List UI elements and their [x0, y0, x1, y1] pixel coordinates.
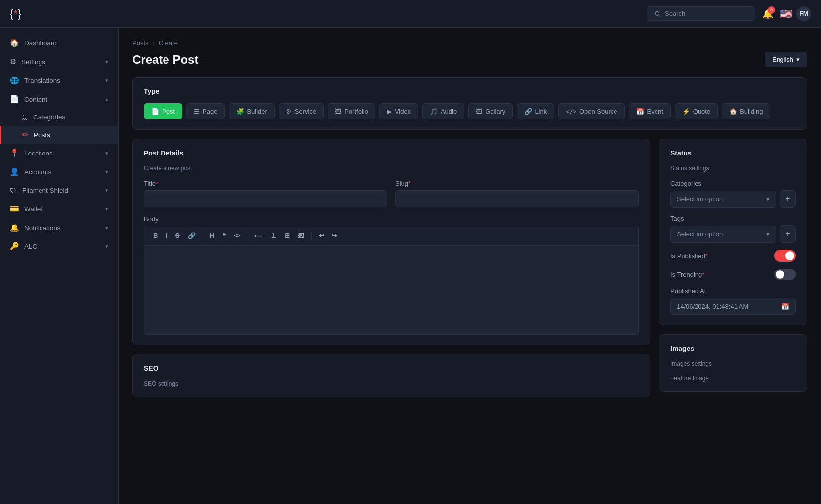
type-btn-gallary[interactable]: 🖼 Gallary [468, 103, 513, 119]
sidebar-item-alc[interactable]: 🔑 ALC ▾ [0, 237, 118, 256]
post-details-header: Post Details Create a new post [144, 149, 639, 172]
tags-select[interactable]: Select an option ▾ [670, 226, 776, 243]
toolbar-heading[interactable]: H [207, 230, 217, 241]
chevron-down-icon: ▾ [766, 195, 770, 203]
sidebar-categories-label: Categories [33, 114, 65, 121]
sidebar-item-locations[interactable]: 📍 Locations ▾ [0, 144, 118, 162]
type-btn-quote[interactable]: ⚡ Quote [675, 103, 718, 119]
main-layout: 🏠 Dashboard ⚙ Settings ▾ 🌐 Translations … [0, 28, 821, 504]
breadcrumb: Posts › Create [132, 39, 807, 47]
notifications-button[interactable]: 🔔 0 [762, 8, 773, 19]
chevron-down-icon: ▾ [105, 78, 108, 84]
search-box[interactable]: Search [647, 6, 755, 21]
content-icon: 📄 [10, 95, 19, 104]
breadcrumb-current: Create [159, 39, 178, 47]
toolbar-redo[interactable]: ↪ [329, 230, 340, 241]
toolbar-image[interactable]: 🖼 [295, 230, 307, 241]
type-card-title: Type [144, 87, 796, 95]
toolbar-table[interactable]: ⊞ [282, 230, 293, 241]
status-subtitle: Status settings [670, 165, 796, 172]
type-btn-page[interactable]: ☰ Page [186, 103, 225, 119]
published-at-input[interactable]: 14/06/2024, 01:48:41 AM 📅 [670, 298, 796, 315]
is-published-toggle[interactable] [774, 250, 796, 262]
type-btn-event[interactable]: 📅 Event [629, 103, 671, 119]
event-icon: 📅 [636, 108, 644, 115]
body-field: Body B I S 🔗 H ❝ <> •— 1. [144, 215, 639, 335]
sidebar-accounts-label: Accounts [24, 168, 52, 176]
toggle-knob [776, 270, 784, 279]
chevron-down-icon: ▾ [105, 150, 108, 156]
is-trending-toggle[interactable] [774, 269, 796, 280]
toolbar-strike[interactable]: S [172, 230, 183, 241]
type-btn-audio[interactable]: 🎵 Audio [422, 103, 464, 119]
chevron-up-icon: ▴ [105, 96, 108, 103]
sidebar-item-dashboard[interactable]: 🏠 Dashboard [0, 34, 118, 52]
toolbar-undo[interactable]: ↩ [316, 230, 327, 241]
categories-icon: 🗂 [21, 113, 28, 121]
post-details-card: Post Details Create a new post Title* [132, 139, 650, 345]
images-card: Images Images settings Feature Image [659, 334, 807, 392]
avatar[interactable]: FM [796, 6, 811, 21]
sidebar-item-accounts[interactable]: 👤 Accounts ▾ [0, 162, 118, 181]
search-icon [654, 10, 661, 17]
chevron-down-icon: ▾ [105, 206, 108, 212]
toolbar-bullet-list[interactable]: •— [251, 230, 266, 241]
sidebar-item-translations[interactable]: 🌐 Translations ▾ [0, 71, 118, 90]
type-btn-post[interactable]: 📄 Post [144, 103, 182, 119]
sidebar-item-settings[interactable]: ⚙ Settings ▾ [0, 52, 118, 71]
type-btn-link[interactable]: 🔗 Link [517, 103, 554, 119]
sidebar-item-notifications[interactable]: 🔔 Notifications ▾ [0, 218, 118, 237]
seo-card: SEO SEO settings [132, 354, 650, 397]
toolbar-sep-2 [247, 232, 247, 240]
sidebar-filament-shield-label: Filament Shield [22, 187, 68, 194]
toolbar-link[interactable]: 🔗 [185, 230, 199, 241]
two-col-layout: Post Details Create a new post Title* [132, 139, 807, 406]
svg-point-0 [655, 11, 659, 15]
post-details-subtitle: Create a new post [144, 165, 639, 172]
type-btn-builder[interactable]: 🧩 Builder [229, 103, 274, 119]
toolbar-bold[interactable]: B [150, 230, 161, 241]
is-trending-row: Is Trending* [670, 269, 796, 280]
alc-icon: 🔑 [10, 242, 19, 251]
feature-image-label: Feature Image [670, 375, 796, 382]
toolbar-italic[interactable]: I [163, 230, 170, 241]
building-icon: 🏠 [729, 108, 737, 115]
chevron-down-icon: ▾ [105, 187, 108, 194]
sidebar-item-posts[interactable]: ✏ Posts [0, 126, 118, 144]
flag-avatar: 🇺🇸 FM [780, 6, 811, 21]
toolbar-code[interactable]: <> [231, 231, 243, 241]
chevron-down-icon: ▾ [105, 225, 108, 231]
categories-select[interactable]: Select an option ▾ [670, 191, 776, 208]
breadcrumb-parent[interactable]: Posts [132, 39, 149, 47]
toolbar-ordered-list[interactable]: 1. [268, 230, 280, 241]
quote-icon: ⚡ [682, 108, 690, 115]
editor-toolbar: B I S 🔗 H ❝ <> •— 1. ⊞ 🖼 [144, 226, 639, 246]
slug-input[interactable] [395, 190, 639, 207]
sidebar-item-wallet[interactable]: 💳 Wallet ▾ [0, 199, 118, 218]
type-btn-building[interactable]: 🏠 Building [722, 103, 770, 119]
categories-row: Select an option ▾ + [670, 190, 796, 208]
sidebar-item-categories[interactable]: 🗂 Categories [0, 109, 118, 126]
toolbar-blockquote[interactable]: ❝ [219, 230, 229, 241]
title-input[interactable] [144, 190, 387, 207]
type-btn-service[interactable]: ⚙ Service [279, 103, 324, 119]
tags-add-button[interactable]: + [780, 225, 796, 243]
sidebar-alc-label: ALC [24, 243, 37, 250]
type-btn-portfolio[interactable]: 🖼 Portfolio [328, 103, 375, 119]
link-icon: 🔗 [524, 108, 532, 115]
type-buttons-group: 📄 Post ☰ Page 🧩 Builder ⚙ Service 🖼 [144, 103, 796, 119]
sidebar-notifications-label: Notifications [24, 224, 61, 232]
chevron-down-icon: ▾ [105, 243, 108, 250]
service-icon: ⚙ [286, 108, 292, 115]
page-icon: ☰ [194, 108, 200, 115]
type-btn-video[interactable]: ▶ Video [379, 103, 418, 119]
categories-add-button[interactable]: + [780, 190, 796, 208]
language-button[interactable]: English ▾ [765, 52, 807, 67]
is-published-label: Is Published* [670, 252, 708, 260]
audio-icon: 🎵 [430, 108, 438, 115]
sidebar-item-content[interactable]: 📄 Content ▴ [0, 90, 118, 109]
breadcrumb-separator: › [153, 39, 155, 47]
sidebar-item-filament-shield[interactable]: 🛡 Filament Shield ▾ [0, 181, 118, 199]
editor-body[interactable] [144, 246, 639, 335]
type-btn-open-source[interactable]: </> Open Source [558, 103, 624, 119]
